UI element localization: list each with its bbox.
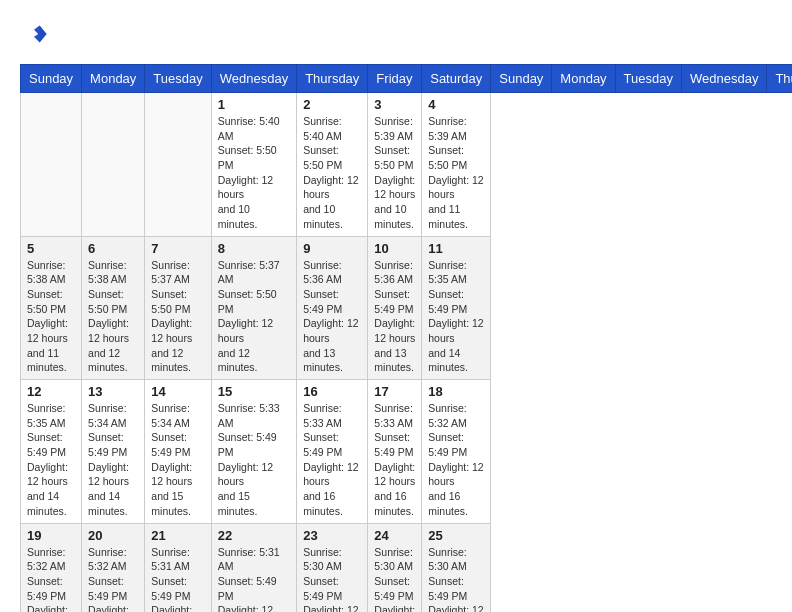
calendar-cell: 6Sunrise: 5:38 AM Sunset: 5:50 PM Daylig… <box>82 236 145 380</box>
day-number: 23 <box>303 528 361 543</box>
calendar-cell: 21Sunrise: 5:31 AM Sunset: 5:49 PM Dayli… <box>145 523 211 612</box>
day-info: Sunrise: 5:34 AM Sunset: 5:49 PM Dayligh… <box>88 401 138 519</box>
day-number: 9 <box>303 241 361 256</box>
day-info: Sunrise: 5:33 AM Sunset: 5:49 PM Dayligh… <box>374 401 415 519</box>
calendar-cell: 20Sunrise: 5:32 AM Sunset: 5:49 PM Dayli… <box>82 523 145 612</box>
day-info: Sunrise: 5:33 AM Sunset: 5:49 PM Dayligh… <box>218 401 290 519</box>
day-info: Sunrise: 5:32 AM Sunset: 5:49 PM Dayligh… <box>428 401 484 519</box>
calendar-cell: 3Sunrise: 5:39 AM Sunset: 5:50 PM Daylig… <box>368 93 422 237</box>
day-number: 16 <box>303 384 361 399</box>
day-number: 14 <box>151 384 204 399</box>
calendar-cell: 15Sunrise: 5:33 AM Sunset: 5:49 PM Dayli… <box>211 380 296 524</box>
calendar-cell: 9Sunrise: 5:36 AM Sunset: 5:49 PM Daylig… <box>297 236 368 380</box>
day-header-thursday: Thursday <box>767 65 792 93</box>
day-info: Sunrise: 5:30 AM Sunset: 5:49 PM Dayligh… <box>374 545 415 613</box>
calendar-cell: 18Sunrise: 5:32 AM Sunset: 5:49 PM Dayli… <box>422 380 491 524</box>
day-number: 3 <box>374 97 415 112</box>
calendar-cell: 17Sunrise: 5:33 AM Sunset: 5:49 PM Dayli… <box>368 380 422 524</box>
day-number: 10 <box>374 241 415 256</box>
day-number: 1 <box>218 97 290 112</box>
day-header-friday: Friday <box>368 65 422 93</box>
calendar-cell: 19Sunrise: 5:32 AM Sunset: 5:49 PM Dayli… <box>21 523 82 612</box>
logo-icon <box>20 20 48 48</box>
calendar-cell: 25Sunrise: 5:30 AM Sunset: 5:49 PM Dayli… <box>422 523 491 612</box>
day-number: 2 <box>303 97 361 112</box>
day-info: Sunrise: 5:37 AM Sunset: 5:50 PM Dayligh… <box>151 258 204 376</box>
day-header-saturday: Saturday <box>422 65 491 93</box>
day-info: Sunrise: 5:39 AM Sunset: 5:50 PM Dayligh… <box>374 114 415 232</box>
day-info: Sunrise: 5:31 AM Sunset: 5:49 PM Dayligh… <box>218 545 290 613</box>
calendar-cell: 23Sunrise: 5:30 AM Sunset: 5:49 PM Dayli… <box>297 523 368 612</box>
day-header-monday: Monday <box>82 65 145 93</box>
calendar-cell: 10Sunrise: 5:36 AM Sunset: 5:49 PM Dayli… <box>368 236 422 380</box>
day-info: Sunrise: 5:32 AM Sunset: 5:49 PM Dayligh… <box>88 545 138 613</box>
calendar-cell: 13Sunrise: 5:34 AM Sunset: 5:49 PM Dayli… <box>82 380 145 524</box>
day-info: Sunrise: 5:40 AM Sunset: 5:50 PM Dayligh… <box>218 114 290 232</box>
calendar-week-2: 5Sunrise: 5:38 AM Sunset: 5:50 PM Daylig… <box>21 236 793 380</box>
day-header-sunday: Sunday <box>491 65 552 93</box>
day-number: 21 <box>151 528 204 543</box>
calendar-cell: 24Sunrise: 5:30 AM Sunset: 5:49 PM Dayli… <box>368 523 422 612</box>
calendar-week-1: 1Sunrise: 5:40 AM Sunset: 5:50 PM Daylig… <box>21 93 793 237</box>
day-number: 22 <box>218 528 290 543</box>
day-number: 18 <box>428 384 484 399</box>
calendar-cell <box>82 93 145 237</box>
day-info: Sunrise: 5:37 AM Sunset: 5:50 PM Dayligh… <box>218 258 290 376</box>
day-info: Sunrise: 5:30 AM Sunset: 5:49 PM Dayligh… <box>428 545 484 613</box>
calendar-cell: 2Sunrise: 5:40 AM Sunset: 5:50 PM Daylig… <box>297 93 368 237</box>
day-header-wednesday: Wednesday <box>682 65 767 93</box>
calendar-week-3: 12Sunrise: 5:35 AM Sunset: 5:49 PM Dayli… <box>21 380 793 524</box>
day-info: Sunrise: 5:35 AM Sunset: 5:49 PM Dayligh… <box>27 401 75 519</box>
calendar-cell: 4Sunrise: 5:39 AM Sunset: 5:50 PM Daylig… <box>422 93 491 237</box>
calendar-cell: 16Sunrise: 5:33 AM Sunset: 5:49 PM Dayli… <box>297 380 368 524</box>
day-header-tuesday: Tuesday <box>615 65 681 93</box>
day-number: 8 <box>218 241 290 256</box>
day-number: 15 <box>218 384 290 399</box>
day-info: Sunrise: 5:31 AM Sunset: 5:49 PM Dayligh… <box>151 545 204 613</box>
calendar-table: SundayMondayTuesdayWednesdayThursdayFrid… <box>20 64 792 612</box>
day-number: 6 <box>88 241 138 256</box>
calendar-cell: 22Sunrise: 5:31 AM Sunset: 5:49 PM Dayli… <box>211 523 296 612</box>
day-number: 24 <box>374 528 415 543</box>
day-number: 25 <box>428 528 484 543</box>
calendar-week-4: 19Sunrise: 5:32 AM Sunset: 5:49 PM Dayli… <box>21 523 793 612</box>
day-number: 4 <box>428 97 484 112</box>
day-number: 5 <box>27 241 75 256</box>
calendar-cell: 5Sunrise: 5:38 AM Sunset: 5:50 PM Daylig… <box>21 236 82 380</box>
day-info: Sunrise: 5:34 AM Sunset: 5:49 PM Dayligh… <box>151 401 204 519</box>
day-info: Sunrise: 5:32 AM Sunset: 5:49 PM Dayligh… <box>27 545 75 613</box>
day-info: Sunrise: 5:30 AM Sunset: 5:49 PM Dayligh… <box>303 545 361 613</box>
calendar-cell <box>21 93 82 237</box>
day-number: 20 <box>88 528 138 543</box>
day-number: 13 <box>88 384 138 399</box>
day-info: Sunrise: 5:38 AM Sunset: 5:50 PM Dayligh… <box>27 258 75 376</box>
calendar-cell: 12Sunrise: 5:35 AM Sunset: 5:49 PM Dayli… <box>21 380 82 524</box>
svg-marker-1 <box>40 26 47 43</box>
logo <box>20 20 52 48</box>
day-header-sunday: Sunday <box>21 65 82 93</box>
calendar-cell: 7Sunrise: 5:37 AM Sunset: 5:50 PM Daylig… <box>145 236 211 380</box>
day-number: 7 <box>151 241 204 256</box>
calendar-cell: 1Sunrise: 5:40 AM Sunset: 5:50 PM Daylig… <box>211 93 296 237</box>
day-info: Sunrise: 5:36 AM Sunset: 5:49 PM Dayligh… <box>303 258 361 376</box>
page-header <box>20 20 772 48</box>
calendar-header-row: SundayMondayTuesdayWednesdayThursdayFrid… <box>21 65 793 93</box>
day-number: 11 <box>428 241 484 256</box>
calendar-cell: 11Sunrise: 5:35 AM Sunset: 5:49 PM Dayli… <box>422 236 491 380</box>
day-number: 17 <box>374 384 415 399</box>
day-info: Sunrise: 5:35 AM Sunset: 5:49 PM Dayligh… <box>428 258 484 376</box>
day-info: Sunrise: 5:39 AM Sunset: 5:50 PM Dayligh… <box>428 114 484 232</box>
calendar-cell: 14Sunrise: 5:34 AM Sunset: 5:49 PM Dayli… <box>145 380 211 524</box>
calendar-cell: 8Sunrise: 5:37 AM Sunset: 5:50 PM Daylig… <box>211 236 296 380</box>
day-info: Sunrise: 5:38 AM Sunset: 5:50 PM Dayligh… <box>88 258 138 376</box>
day-info: Sunrise: 5:36 AM Sunset: 5:49 PM Dayligh… <box>374 258 415 376</box>
day-number: 12 <box>27 384 75 399</box>
day-header-tuesday: Tuesday <box>145 65 211 93</box>
day-info: Sunrise: 5:33 AM Sunset: 5:49 PM Dayligh… <box>303 401 361 519</box>
day-header-thursday: Thursday <box>297 65 368 93</box>
day-header-monday: Monday <box>552 65 615 93</box>
calendar-cell <box>145 93 211 237</box>
day-info: Sunrise: 5:40 AM Sunset: 5:50 PM Dayligh… <box>303 114 361 232</box>
day-header-wednesday: Wednesday <box>211 65 296 93</box>
day-number: 19 <box>27 528 75 543</box>
